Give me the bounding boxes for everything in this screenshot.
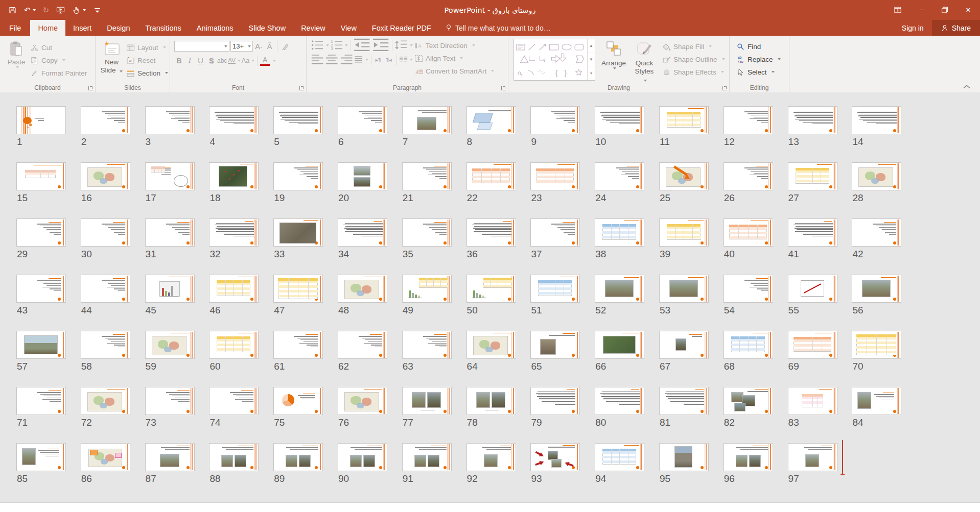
drawing-dialog-launcher[interactable]: [722, 86, 727, 90]
slide-thumbnail[interactable]: [81, 218, 130, 247]
italic-button[interactable]: I: [185, 55, 195, 66]
slide-thumbnail[interactable]: [145, 443, 195, 471]
slide-thumbnail[interactable]: [273, 218, 323, 247]
slide-thumbnail[interactable]: [466, 275, 516, 303]
slide-thumbnail[interactable]: [81, 275, 130, 303]
save-icon[interactable]: [8, 6, 17, 14]
slide-thumbnail[interactable]: [402, 443, 452, 471]
select-button[interactable]: Select: [735, 66, 782, 78]
slide-thumbnail[interactable]: [16, 162, 66, 190]
tab-animations[interactable]: Animations: [189, 20, 241, 36]
shapes-scroll-down-icon[interactable]: ▼: [588, 53, 595, 67]
slide-thumbnail[interactable]: [81, 443, 130, 471]
numbering-button[interactable]: 123: [330, 40, 348, 51]
slide-thumbnail[interactable]: [595, 387, 644, 415]
slide-thumbnail[interactable]: [402, 331, 452, 359]
paragraph-dialog-launcher[interactable]: [501, 86, 506, 90]
slide-thumbnail[interactable]: [788, 443, 837, 471]
slide-thumbnail[interactable]: [788, 218, 837, 247]
slide-thumbnail[interactable]: [145, 162, 195, 190]
slide-thumbnail[interactable]: [273, 387, 323, 415]
shapes-gallery-scrollbar[interactable]: ▲ ▼ ▾: [587, 39, 595, 80]
text-direction-button[interactable]: AText Direction: [413, 40, 496, 51]
collapse-ribbon-icon[interactable]: [963, 84, 971, 89]
tab-foxit-reader-pdf[interactable]: Foxit Reader PDF: [364, 20, 439, 36]
slide-thumbnail[interactable]: [338, 443, 387, 471]
layout-button[interactable]: Layout: [125, 42, 170, 53]
tab-design[interactable]: Design: [99, 20, 137, 36]
slide-thumbnail[interactable]: [338, 218, 387, 247]
slide-thumbnail[interactable]: [466, 218, 516, 247]
slide-thumbnail[interactable]: [338, 162, 387, 190]
redo-icon[interactable]: ↻: [43, 6, 50, 15]
slide-thumbnail[interactable]: [788, 275, 837, 303]
slide-thumbnail[interactable]: [16, 275, 66, 303]
slide-thumbnail[interactable]: [659, 218, 709, 247]
slide-thumbnail[interactable]: [852, 106, 901, 134]
slide-thumbnail[interactable]: [530, 443, 580, 471]
slide-thumbnail[interactable]: [338, 331, 387, 359]
slide-thumbnail[interactable]: [338, 275, 387, 303]
slide-thumbnail[interactable]: [466, 162, 516, 190]
slide-thumbnail[interactable]: [466, 106, 516, 134]
slide-thumbnail[interactable]: [145, 106, 195, 134]
slide-thumbnail[interactable]: [724, 106, 773, 134]
slide-thumbnail[interactable]: [530, 162, 580, 190]
rtl-direction-button[interactable]: ¶◂: [384, 54, 394, 65]
slide-thumbnail[interactable]: [595, 162, 644, 190]
character-spacing-button[interactable]: AV: [228, 55, 241, 66]
close-button[interactable]: ✕: [956, 0, 980, 20]
slide-thumbnail[interactable]: [852, 387, 901, 415]
slide-thumbnail[interactable]: [466, 387, 516, 415]
slide-thumbnail[interactable]: [724, 218, 773, 247]
shape-outline-button[interactable]: Shape Outline: [661, 54, 727, 65]
line-spacing-button[interactable]: [394, 40, 413, 51]
align-center-button[interactable]: [325, 54, 338, 65]
slide-thumbnail[interactable]: [145, 218, 195, 247]
font-color-button[interactable]: A: [260, 55, 270, 66]
slide-thumbnail[interactable]: [145, 331, 195, 359]
slide-thumbnail[interactable]: [659, 331, 709, 359]
font-name-combo[interactable]: [174, 41, 229, 52]
slide-thumbnail[interactable]: [402, 387, 452, 415]
slide-thumbnail[interactable]: [530, 106, 580, 134]
slide-thumbnail[interactable]: [209, 387, 259, 415]
slide-thumbnail[interactable]: [595, 331, 644, 359]
slide-thumbnail[interactable]: [209, 331, 259, 359]
slide-thumbnail[interactable]: [530, 218, 580, 247]
format-painter-button[interactable]: Format Painter: [29, 67, 88, 79]
slide-thumbnail[interactable]: [852, 218, 901, 247]
slide-thumbnail[interactable]: [530, 275, 580, 303]
strikethrough-button[interactable]: abc: [217, 55, 227, 66]
slide-thumbnail[interactable]: [81, 331, 130, 359]
arrange-button[interactable]: Arrange: [599, 39, 628, 86]
sign-in-link[interactable]: Sign in: [894, 20, 932, 36]
find-button[interactable]: Find: [735, 41, 782, 52]
slide-thumbnail[interactable]: [595, 275, 644, 303]
slide-thumbnail[interactable]: [16, 106, 66, 134]
slide-thumbnail[interactable]: [209, 443, 259, 471]
slide-thumbnail[interactable]: [81, 106, 130, 134]
replace-button[interactable]: abacReplace: [735, 54, 782, 65]
slide-thumbnail[interactable]: [724, 331, 773, 359]
undo-icon[interactable]: ↶: [24, 6, 36, 15]
tab-transitions[interactable]: Transitions: [137, 20, 189, 36]
slide-thumbnail[interactable]: [595, 106, 644, 134]
slide-thumbnail[interactable]: [209, 162, 259, 190]
slide-thumbnail[interactable]: [338, 106, 387, 134]
underline-button[interactable]: U: [196, 55, 205, 66]
slide-sorter[interactable]: 1234567891011121314151617181920212223242…: [0, 92, 980, 503]
ltr-direction-button[interactable]: ▸¶: [374, 54, 383, 65]
slide-thumbnail[interactable]: [402, 162, 452, 190]
slide-thumbnail[interactable]: [659, 275, 709, 303]
slide-thumbnail[interactable]: [724, 162, 773, 190]
slide-thumbnail[interactable]: [788, 331, 837, 359]
slide-thumbnail[interactable]: [81, 162, 130, 190]
change-case-button[interactable]: Aa: [242, 55, 254, 66]
slide-thumbnail[interactable]: [530, 331, 580, 359]
new-slide-button[interactable]: NewSlide: [99, 39, 125, 86]
slide-thumbnail[interactable]: [145, 275, 195, 303]
clear-formatting-button[interactable]: [280, 41, 290, 52]
slide-thumbnail[interactable]: [402, 218, 452, 247]
minimize-button[interactable]: [909, 0, 933, 20]
